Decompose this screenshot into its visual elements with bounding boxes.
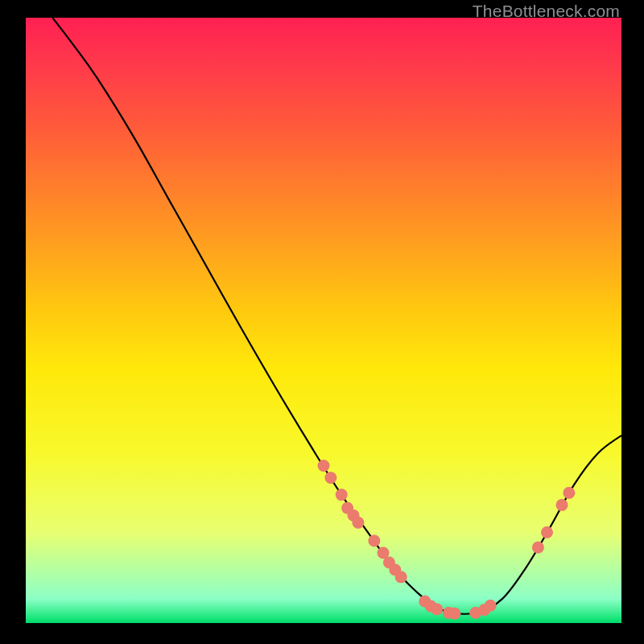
curve-point (336, 489, 348, 501)
curve-point (431, 603, 443, 615)
curve-point (448, 607, 460, 619)
curve-point (563, 487, 575, 499)
curve-line (52, 18, 621, 614)
curve-point (368, 535, 380, 547)
curve-point (541, 526, 553, 539)
curve-point (324, 472, 336, 484)
curve-point (318, 460, 330, 472)
chart-container: TheBottleneck.com (0, 0, 644, 644)
watermark-label: TheBottleneck.com (473, 2, 620, 21)
curve-point (395, 571, 407, 583)
curve-point (532, 542, 544, 554)
chart-svg (26, 18, 621, 623)
plot-area (26, 18, 621, 623)
curve-point (485, 600, 497, 612)
curve-point (352, 517, 364, 529)
curve-points-group (318, 460, 576, 619)
curve-point (556, 499, 568, 511)
